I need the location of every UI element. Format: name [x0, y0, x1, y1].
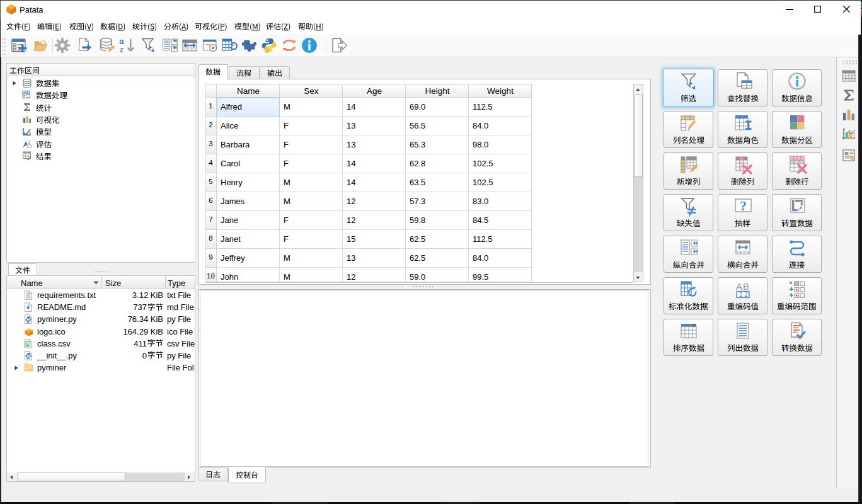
svg-text:S: S	[26, 341, 29, 346]
svg-text:1 2: 1 2	[739, 291, 748, 298]
svg-text:AB: AB	[736, 281, 750, 292]
svg-text:z: z	[120, 45, 124, 54]
svg-text:?: ?	[740, 198, 747, 214]
